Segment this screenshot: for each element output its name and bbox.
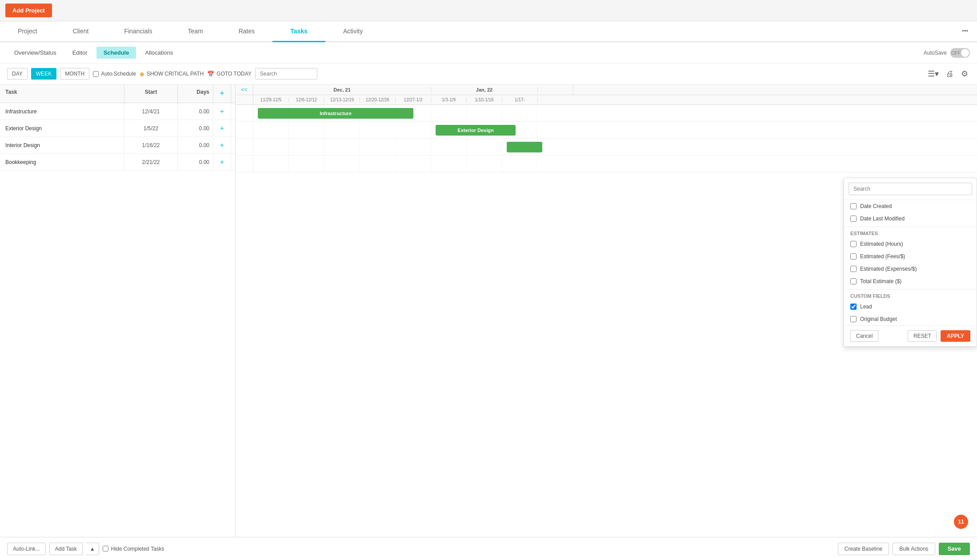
save-button[interactable]: Save	[939, 543, 970, 555]
settings-button[interactable]: ⚙	[959, 67, 970, 80]
add-column-icon[interactable]: +	[220, 89, 224, 98]
checkbox-est-fees[interactable]	[850, 253, 857, 260]
autosave-control: AutoSave OFF	[924, 48, 970, 58]
add-task-button[interactable]: Add Task	[49, 543, 83, 555]
dropdown-reset-button[interactable]: RESET	[908, 330, 937, 342]
date-modified-label: Date Last Modified	[860, 216, 905, 222]
autosave-state: OFF	[951, 50, 961, 56]
checkbox-total-estimate[interactable]	[850, 278, 857, 284]
dropdown-apply-button[interactable]: APPLY	[941, 330, 970, 342]
task-name-exterior: Exterior Design	[0, 120, 124, 136]
tab-activity[interactable]: Activity	[325, 21, 380, 42]
dropdown-item-date-modified[interactable]: Date Last Modified	[844, 212, 977, 225]
dropdown-item-original-budget[interactable]: Original Budget	[844, 313, 977, 325]
view-day-button[interactable]: DAY	[7, 68, 28, 80]
date-created-label: Date Created	[860, 203, 892, 209]
columns-button[interactable]: ☰▾	[926, 67, 941, 80]
checkbox-date-created[interactable]	[850, 203, 857, 209]
table-row: Interior Design 1/16/22 0.00 +	[0, 137, 235, 154]
table-row: Infrastructure 12/4/21 0.00 +	[0, 103, 235, 120]
checkbox-original-budget[interactable]	[850, 316, 857, 322]
dropdown-cancel-button[interactable]: Cancel	[850, 330, 878, 342]
goto-today-label: GOTO TODAY	[216, 71, 251, 77]
autosave-toggle[interactable]: OFF	[950, 48, 970, 58]
view-month-button[interactable]: MONTH	[60, 68, 89, 80]
view-week-button[interactable]: WEEK	[31, 68, 56, 80]
task-rows: Infrastructure 12/4/21 0.00 + Exterior D…	[0, 103, 235, 542]
checkbox-lead[interactable]	[850, 304, 857, 310]
est-expenses-label: Estimated (Expenses/$)	[860, 266, 917, 272]
task-add-bookkeeping[interactable]: +	[213, 154, 231, 170]
tab-tasks[interactable]: Tasks	[272, 21, 325, 42]
goto-today-button[interactable]: 📅 GOTO TODAY	[207, 71, 251, 77]
hide-completed-input[interactable]	[103, 546, 108, 552]
total-estimate-label: Total Estimate ($)	[860, 278, 901, 284]
subtab-schedule[interactable]: Schedule	[96, 47, 136, 59]
gantt-week-7: 1/10-1/16	[467, 97, 502, 102]
gantt-week-header: 11/29-12/5 12/6-12/12 12/13-12/19 12/20-…	[236, 95, 977, 105]
subtab-editor[interactable]: Editor	[65, 47, 95, 59]
gantt-week-2: 12/6-12/12	[289, 97, 324, 102]
gantt-search-input[interactable]	[255, 68, 317, 80]
dropdown-search-container	[844, 178, 977, 200]
dropdown-item-total-estimate[interactable]: Total Estimate ($)	[844, 275, 977, 288]
dropdown-item-est-fees[interactable]: Estimated (Fees/$)	[844, 250, 977, 263]
dropdown-item-date-created[interactable]: Date Created	[844, 200, 977, 212]
task-name-bookkeeping: Bookkeeping	[0, 154, 124, 170]
subtab-allocations[interactable]: Allocations	[138, 47, 180, 59]
print-button[interactable]: 🖨	[944, 68, 956, 80]
tab-more[interactable]: •••	[953, 21, 977, 41]
bottom-right-actions: Create Baseline Bulk Actions Save	[838, 543, 970, 555]
tab-team[interactable]: Team	[170, 21, 220, 42]
hide-completed-label: Hide Completed Tasks	[111, 546, 164, 552]
sub-tabs: Overview/Status Editor Schedule Allocati…	[0, 42, 977, 64]
auto-link-button[interactable]: Auto-Link...	[7, 543, 46, 555]
dropdown-item-est-hours[interactable]: Estimated (Hours)	[844, 238, 977, 250]
bulk-actions-button[interactable]: Bulk Actions	[893, 543, 935, 555]
gantt-row-exterior: Exterior Design	[236, 122, 977, 139]
table-row: Bookkeeping 2/21/22 0.00 +	[0, 154, 235, 171]
col-header-add: +	[213, 84, 231, 103]
gantt-bar-infrastructure: Infrastructure	[258, 108, 413, 119]
tab-financials[interactable]: Financials	[106, 21, 170, 42]
estimates-section-header: Estimates	[844, 227, 977, 238]
task-days-infrastructure: 0.00	[178, 103, 213, 120]
gantt-row-infrastructure: Infrastructure	[236, 105, 977, 122]
add-task-arrow-button[interactable]: ▲	[86, 543, 99, 555]
tab-client[interactable]: Client	[55, 21, 107, 42]
dropdown-item-est-expenses[interactable]: Estimated (Expenses/$)	[844, 263, 977, 275]
task-add-infrastructure[interactable]: +	[213, 103, 231, 120]
notification-badge[interactable]: 11	[954, 515, 968, 529]
checkbox-est-hours[interactable]	[850, 241, 857, 247]
gantt-prev-button[interactable]: <<	[236, 84, 253, 95]
critical-path-label: SHOW CRITICAL PATH	[147, 71, 204, 77]
hide-completed-checkbox[interactable]: Hide Completed Tasks	[103, 546, 164, 552]
dropdown-item-lead[interactable]: Lead	[844, 300, 977, 313]
top-bar: Add Project	[0, 0, 977, 21]
subtab-overview[interactable]: Overview/Status	[7, 47, 64, 59]
autosave-label: AutoSave	[924, 50, 947, 56]
dropdown-search-input[interactable]	[849, 183, 972, 195]
task-name-infrastructure: Infrastructure	[0, 103, 124, 120]
tab-project[interactable]: Project	[0, 21, 55, 42]
task-add-interior[interactable]: +	[213, 137, 231, 153]
col-header-start: Start	[124, 84, 178, 103]
task-days-interior: 0.00	[178, 137, 213, 153]
calendar-icon: 📅	[207, 71, 214, 77]
col-header-days: Days	[178, 84, 213, 103]
custom-fields-section-header: Custom Fields	[844, 289, 977, 300]
auto-schedule-checkbox[interactable]: Auto-Schedule	[93, 71, 136, 77]
gantt-row-bookkeeping	[236, 156, 977, 172]
add-project-button[interactable]: Add Project	[5, 4, 52, 17]
critical-path-button[interactable]: ◆ SHOW CRITICAL PATH	[140, 70, 204, 77]
gantt-week-1: 11/29-12/5	[253, 97, 289, 102]
task-add-exterior[interactable]: +	[213, 120, 231, 136]
dropdown-actions: Cancel RESET APPLY	[844, 325, 977, 346]
est-fees-label: Estimated (Fees/$)	[860, 253, 905, 260]
checkbox-date-modified[interactable]	[850, 216, 857, 222]
create-baseline-button[interactable]: Create Baseline	[838, 543, 889, 555]
checkbox-est-expenses[interactable]	[850, 266, 857, 272]
auto-schedule-input[interactable]	[93, 71, 99, 77]
tab-rates[interactable]: Rates	[221, 21, 273, 42]
task-days-bookkeeping: 0.00	[178, 154, 213, 170]
